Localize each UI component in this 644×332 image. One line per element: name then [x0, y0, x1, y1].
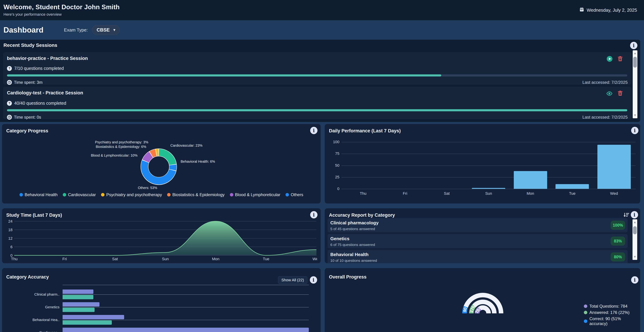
scroll-up-arrow[interactable]: ▲: [633, 50, 638, 56]
overall-progress-legend: Total Questions: 784 Answered: 176 (22%)…: [584, 304, 640, 327]
page-subtitle: Here's your performance overview: [4, 12, 120, 17]
bar: [514, 171, 547, 189]
category-label: Behavioral Hea..: [2, 318, 60, 322]
exam-type-select[interactable]: CBSE ▼: [92, 25, 120, 35]
donut-callout: Cardiovascular: 23%: [170, 143, 202, 147]
gridline: [342, 142, 636, 142]
info-icon[interactable]: i: [310, 211, 318, 218]
legend-item: Behavioral Health: [20, 192, 58, 197]
legend-label: Correct: 90 (51% accuracy): [590, 316, 640, 326]
bar: [556, 184, 589, 189]
app-header: Welcome, Student Doctor John Smith Here'…: [0, 0, 644, 20]
legend-label: Biostatistics & Epidemiology: [172, 192, 224, 197]
category-label: Clinical pharm..: [2, 292, 60, 296]
accuracy-row: Behavioral Health 10 of 10 questions ans…: [328, 250, 628, 263]
legend-label: Cardiovascular: [68, 192, 96, 197]
x-tick-label: Sat: [426, 191, 468, 196]
svg-text:Thu: Thu: [11, 257, 18, 261]
scrollbar-thumb[interactable]: [633, 226, 637, 234]
category-accuracy-chart: Clinical pharm..GeneticsBehavioral Hea..…: [2, 268, 320, 332]
accuracy-subtitle: 5 of 45 questions answered: [330, 227, 625, 231]
scrollbar-thumb[interactable]: [633, 57, 637, 68]
dashboard-title: Dashboard: [4, 26, 44, 34]
last-accessed: Last accessed: 7/2/2025: [582, 115, 628, 120]
legend-label: Blood & Lymphoreticular: [235, 192, 280, 197]
session-progress-bar: [7, 109, 627, 111]
scroll-down-arrow[interactable]: ▼: [632, 254, 637, 260]
donut-segment: [159, 152, 173, 164]
sort-descending-icon[interactable]: [623, 212, 630, 218]
svg-text:Mon: Mon: [212, 257, 220, 261]
legend-dot: [584, 319, 587, 323]
overall-progress-panel: Overall Progress i 90176784 Total Questi…: [325, 268, 640, 332]
bar-teal: [62, 320, 112, 325]
legend-dot: [584, 304, 587, 308]
gridline: [342, 165, 636, 166]
legend-dot: [230, 193, 233, 197]
accuracy-scrollbar[interactable]: ▲ ▼: [632, 219, 637, 260]
view-session-button[interactable]: [606, 90, 613, 98]
gridline: [62, 307, 309, 307]
svg-text:Wed: Wed: [312, 257, 317, 261]
sessions-scrollbar[interactable]: ▲ ▼: [633, 50, 638, 118]
bar-purple: [62, 328, 309, 332]
scroll-up-arrow[interactable]: ▲: [632, 219, 637, 225]
dashboard-toolbar: Dashboard Exam Type: CBSE ▼: [0, 20, 644, 40]
donut-callout: Biostatistics & Epidemiology: 6%: [96, 145, 146, 149]
svg-text:18: 18: [8, 228, 12, 232]
legend-dot: [63, 193, 66, 197]
delete-session-button[interactable]: [617, 90, 623, 98]
panel-title: Overall Progress: [329, 274, 366, 280]
accuracy-subtitle: 6 of 75 questions answered: [330, 243, 625, 247]
info-icon[interactable]: i: [310, 127, 318, 134]
svg-text:90: 90: [462, 307, 468, 312]
category-accuracy-panel: Category Accuracy Show All (22) i Clinic…: [2, 268, 320, 332]
legend-label: Total Questions: 784: [590, 304, 628, 309]
gridline: [342, 154, 636, 154]
x-tick-label: Fri: [384, 191, 426, 196]
study-time-panel: Study Time (Last 7 Days) i 06121824ThuFr…: [2, 208, 320, 263]
info-icon[interactable]: i: [631, 211, 638, 218]
accuracy-category: Behavioral Health: [330, 252, 625, 257]
legend-dot: [101, 193, 104, 197]
legend-dot: [584, 311, 587, 314]
x-tick-label: Sun: [468, 191, 510, 196]
accuracy-category: Genetics: [330, 236, 625, 241]
accuracy-category: Clinical pharmacology: [330, 220, 625, 226]
accuracy-row: Genetics 6 of 75 questions answered 83%: [328, 234, 628, 248]
legend-item: Cardiovascular: [63, 192, 96, 197]
y-tick-label: 100: [328, 140, 340, 144]
y-tick-label: 75: [328, 151, 340, 156]
last-accessed: Last accessed: 7/2/2025: [582, 80, 628, 85]
delete-session-button[interactable]: [617, 56, 623, 63]
session-title: behavior-practice - Practice Session: [7, 56, 88, 61]
legend-dot: [20, 193, 23, 197]
y-tick-label: 0: [328, 187, 340, 191]
legend-label: Others: [291, 192, 303, 197]
info-icon[interactable]: i: [630, 42, 638, 49]
session-card: behavior-practice - Practice Session ? 7…: [3, 52, 632, 85]
gridline: [342, 189, 636, 189]
date-text: Wednesday, July 2, 2025: [586, 8, 637, 13]
accuracy-subtitle: 10 of 10 questions answered: [330, 258, 625, 263]
donut-segment: [152, 153, 156, 154]
svg-text:12: 12: [8, 236, 12, 241]
bar: [598, 145, 631, 189]
resume-session-button[interactable]: [606, 56, 613, 63]
bar-purple: [62, 302, 100, 306]
session-card: Cardiology-test - Practice Session ? 40/…: [3, 87, 632, 119]
panel-title: Accuracy Report by Category: [329, 213, 395, 218]
scroll-down-arrow[interactable]: ▼: [633, 112, 638, 118]
category-label: Genetics: [2, 305, 60, 309]
x-tick-label: Tue: [551, 191, 593, 196]
info-icon[interactable]: i: [631, 276, 638, 284]
y-tick-label: 50: [328, 163, 340, 168]
study-time-chart: 06121824ThuFriSatSunMonTueWed: [6, 220, 317, 261]
donut-segment: [173, 165, 173, 170]
legend-label: Answered: 176 (22%): [590, 310, 630, 315]
dashboard-grid: Category Progress i Cardiovascular: 23% …: [2, 124, 640, 332]
legend-item: Others: [286, 192, 303, 197]
session-progress-bar: [7, 74, 627, 76]
calendar-icon: [579, 7, 584, 13]
x-tick-label: Thu: [342, 191, 384, 196]
